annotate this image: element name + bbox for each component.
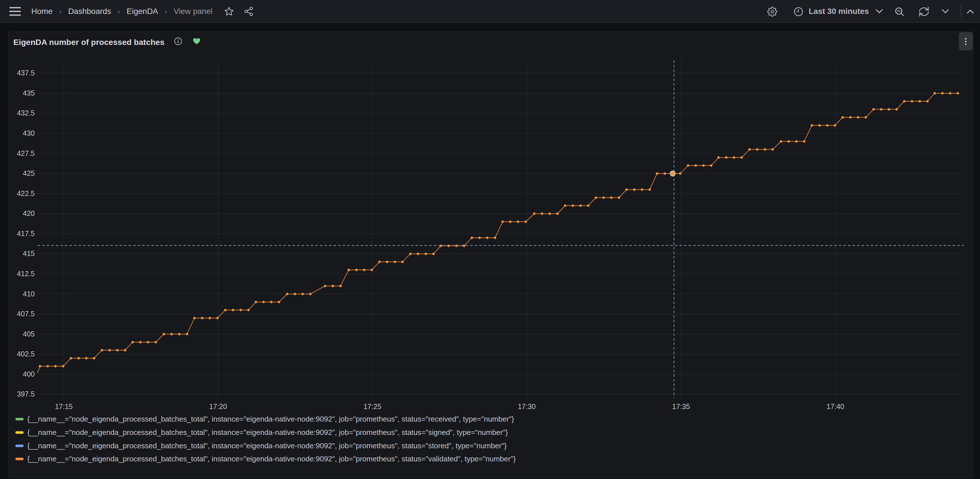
svg-text:422.5: 422.5 [17,189,35,197]
svg-text:397.5: 397.5 [17,390,35,398]
svg-text:17:40: 17:40 [826,403,844,411]
svg-text:17:15: 17:15 [55,403,73,411]
svg-text:402.5: 402.5 [17,350,35,358]
svg-text:412.5: 412.5 [17,270,35,278]
svg-text:437.5: 437.5 [17,69,35,77]
svg-text:425: 425 [23,169,35,177]
svg-text:17:20: 17:20 [209,403,227,411]
svg-text:415: 415 [23,249,35,257]
svg-text:435: 435 [23,89,35,97]
svg-text:427.5: 427.5 [17,149,35,157]
svg-text:410: 410 [23,290,35,298]
svg-text:417.5: 417.5 [17,230,35,238]
svg-text:407.5: 407.5 [17,310,35,318]
svg-text:400: 400 [23,370,35,378]
svg-text:405: 405 [23,330,35,338]
svg-text:17:25: 17:25 [364,403,382,411]
svg-text:17:30: 17:30 [518,403,536,411]
svg-text:17:35: 17:35 [672,403,690,411]
svg-text:420: 420 [23,209,35,217]
svg-text:430: 430 [23,129,35,137]
svg-text:432.5: 432.5 [17,109,35,117]
